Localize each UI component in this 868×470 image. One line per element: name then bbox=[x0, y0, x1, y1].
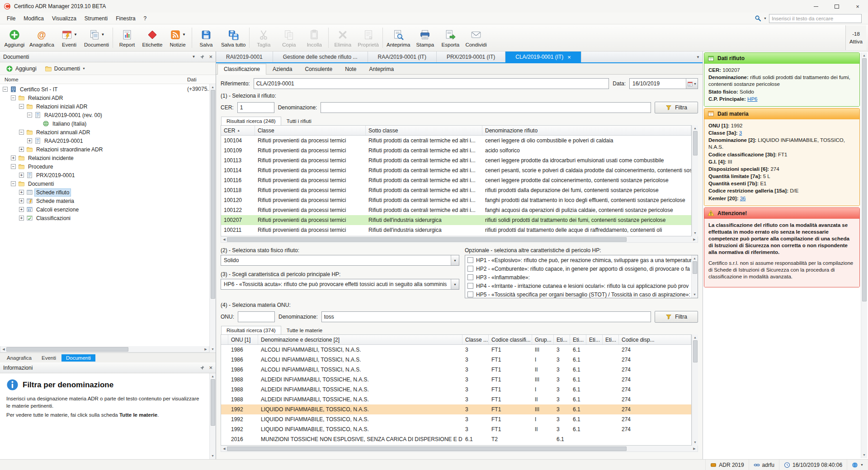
column-header-grup[interactable]: Grup... bbox=[532, 335, 554, 344]
pin-icon[interactable] bbox=[199, 365, 205, 371]
tree-item-procedure[interactable]: − Procedure bbox=[0, 162, 209, 171]
close-icon[interactable]: × bbox=[209, 364, 212, 371]
menu-strumenti[interactable]: Strumenti bbox=[80, 14, 112, 24]
cer-input[interactable] bbox=[237, 102, 274, 113]
hp-option[interactable]: HP3 - «Infiammabile»: bbox=[465, 273, 691, 282]
tree-item-relazioni-adr[interactable]: − Relazioni ADR bbox=[0, 94, 209, 102]
column-header-eti[interactable]: Eti... bbox=[603, 335, 619, 344]
tab-tutte-le-materie[interactable]: Tutte le materie bbox=[281, 326, 328, 334]
close-button[interactable]: × bbox=[847, 0, 868, 13]
materia-row[interactable]: 1986ALCOLI INFIAMMABILI, TOSSICI, N.A.S.… bbox=[221, 355, 691, 365]
tab-risultati-ricerca-248[interactable]: Risultati ricerca (248) bbox=[221, 117, 281, 126]
status-adrfu[interactable]: adrfu bbox=[749, 460, 779, 470]
doc-tab-gestione-delle-schede-rifiuto[interactable]: Gestione delle schede rifiuto ... bbox=[273, 52, 368, 62]
tree-item-prx-2019-0001[interactable]: + PRX/2019-0001 bbox=[0, 171, 209, 179]
toolbar-esporta-button[interactable]: Esporta bbox=[438, 25, 463, 50]
hp-principale-select[interactable]: HP6 - «Tossicità acuta»: rifiuto che può… bbox=[221, 279, 459, 290]
column-header-sotto-classe[interactable]: Sotto classe bbox=[366, 126, 482, 135]
tab-classificazione[interactable]: Classificazione bbox=[217, 64, 266, 75]
column-header-denominazione-rifiuto[interactable]: Denominazione rifiuto bbox=[482, 126, 691, 135]
expand-icon[interactable]: + bbox=[19, 147, 24, 152]
hp-option[interactable]: HP5 - «Tossicità specifica per organi be… bbox=[465, 290, 691, 298]
expand-icon[interactable]: + bbox=[19, 190, 24, 195]
tree-item-classificazioni[interactable]: + Classificazioni bbox=[0, 214, 209, 222]
horizontal-scrollbar[interactable]: ◀▶ bbox=[0, 346, 209, 352]
waste-row[interactable]: 100122Rifiuti provenienti da processi te… bbox=[221, 205, 691, 215]
collapse-icon[interactable]: − bbox=[11, 181, 16, 186]
hp-option[interactable]: HP2 - «Comburente»: rifiuto capace, in g… bbox=[465, 264, 691, 273]
denominazione2-input[interactable] bbox=[321, 311, 651, 322]
filtra-button[interactable]: Filtra bbox=[655, 311, 698, 323]
expand-icon[interactable]: + bbox=[19, 173, 24, 178]
waste-row[interactable]: 100104Rifiuti provenienti da processi te… bbox=[221, 136, 691, 146]
toolbar-report-button[interactable]: Report bbox=[114, 25, 140, 50]
tree-item-schede-rifiuto[interactable]: + Schede rifiuto bbox=[0, 188, 209, 197]
tab-anteprima[interactable]: Anteprima bbox=[363, 64, 401, 74]
doc-tab-rai-2019-0001[interactable]: RAI/2019-0001 bbox=[216, 52, 273, 62]
waste-row[interactable]: 100211Rifiuti provenienti da processi te… bbox=[221, 225, 691, 235]
column-header-cer[interactable]: CER▲ bbox=[221, 126, 255, 135]
filtra-button[interactable]: Filtra bbox=[655, 102, 698, 113]
toolbar-stampa-button[interactable]: Stampa bbox=[412, 25, 438, 50]
doc-tab-raa-2019-0001-it[interactable]: RAA/2019-0001 (IT) bbox=[368, 52, 437, 62]
tree-item-relazioni-annuali-adr[interactable]: − Relazioni annuali ADR bbox=[0, 128, 209, 136]
materia-row[interactable]: 1988ALDEIDI INFIAMMABILI, TOSSICHE, N.A.… bbox=[221, 385, 691, 395]
toolbar-condividi-button[interactable]: Condividi bbox=[463, 25, 489, 50]
checkbox-icon[interactable] bbox=[467, 274, 473, 280]
waste-row[interactable]: 100116Rifiuti provenienti da processi te… bbox=[221, 175, 691, 185]
tab-documenti[interactable]: Documenti bbox=[61, 354, 95, 362]
attiva-panel[interactable]: -18 Attiva bbox=[845, 25, 866, 50]
column-header-eti[interactable]: Eti... bbox=[554, 335, 570, 344]
tab-eventi[interactable]: Eventi bbox=[37, 354, 61, 362]
toolbar-anteprima-button[interactable]: Anteprima bbox=[384, 25, 412, 50]
vertical-scrollbar[interactable]: ▲▼ bbox=[209, 373, 216, 459]
global-search-input[interactable] bbox=[769, 14, 862, 23]
waste-row[interactable]: 100207Rifiuti provenienti da processi te… bbox=[221, 215, 691, 225]
toolbar-salva-tutto-button[interactable]: Salva tutto bbox=[219, 25, 248, 50]
tree-item-relazioni-incidente[interactable]: + Relazioni incidente bbox=[0, 154, 209, 162]
tab-risultati-ricerca-374[interactable]: Risultati ricerca (374) bbox=[221, 326, 281, 335]
vertical-scrollbar[interactable]: ▲▼ bbox=[691, 255, 698, 298]
column-header-classe[interactable]: Classe ... bbox=[462, 335, 489, 344]
denominazione-input[interactable] bbox=[321, 102, 651, 113]
materia-row[interactable]: 2016MUNIZIONI TOSSICHE NON ESPLOSIVE, SE… bbox=[221, 434, 691, 444]
menu-file[interactable]: File bbox=[3, 14, 19, 24]
maximize-button[interactable] bbox=[826, 0, 847, 13]
status-16-10-2019-08-40-06[interactable]: 16/10/2019 08:40:06 bbox=[779, 460, 847, 470]
horizontal-scrollbar[interactable]: ◀▶ bbox=[221, 446, 698, 452]
toolbar-aggiungi-button[interactable]: Aggiungi bbox=[2, 25, 27, 50]
sidebar-scope-button[interactable]: Documenti ▼ bbox=[41, 64, 89, 74]
status-adr-2019[interactable]: ADR 2019 bbox=[705, 460, 748, 470]
sidebar-add-button[interactable]: Aggiungi bbox=[2, 64, 40, 74]
status-globe-button[interactable]: ▼ bbox=[847, 460, 868, 470]
column-header-eti[interactable]: Eti... bbox=[586, 335, 603, 344]
chevron-down-icon[interactable]: ▼ bbox=[764, 17, 767, 20]
tab-anagrafica[interactable]: Anagrafica bbox=[2, 354, 36, 362]
tree-item-certifico-srl-it[interactable]: − Certifico Srl - IT (+39075... bbox=[0, 85, 209, 94]
calendar-icon[interactable]: ▼ bbox=[686, 79, 698, 89]
close-icon[interactable]: × bbox=[209, 53, 212, 60]
doc-tab-cla-2019-0001-it[interactable]: CLA/2019-0001 (IT) × bbox=[505, 52, 581, 62]
toolbar-documenti-button[interactable]: ▼ Documenti bbox=[82, 25, 111, 50]
collapse-icon[interactable]: − bbox=[11, 164, 16, 169]
chevron-down-icon[interactable]: ▼ bbox=[182, 33, 186, 37]
column-header-eti[interactable]: Eti... bbox=[570, 335, 586, 344]
collapse-icon[interactable]: − bbox=[19, 104, 24, 109]
vertical-scrollbar[interactable]: ▲▼ bbox=[692, 125, 698, 236]
onu-input[interactable] bbox=[238, 311, 275, 322]
expand-icon[interactable]: + bbox=[19, 216, 24, 221]
close-icon[interactable]: × bbox=[567, 54, 571, 60]
column-nome[interactable]: Nome bbox=[0, 77, 19, 82]
expand-icon[interactable]: + bbox=[19, 198, 24, 203]
riferimento-input[interactable] bbox=[254, 78, 609, 89]
waste-row[interactable]: 100113Rifiuti provenienti da processi te… bbox=[221, 155, 691, 165]
column-header-classe[interactable]: Classe bbox=[255, 126, 366, 135]
column-header-codice-classifi[interactable]: Codice classifi... bbox=[489, 335, 532, 344]
collapse-icon[interactable]: − bbox=[11, 95, 16, 100]
checkbox-icon[interactable] bbox=[467, 291, 473, 297]
expand-icon[interactable]: + bbox=[19, 207, 24, 212]
stato-fisico-select[interactable]: Solido ▼ bbox=[221, 255, 459, 266]
column-header-codice-disp[interactable]: Codice disp... bbox=[619, 335, 691, 344]
expand-icon[interactable]: + bbox=[27, 138, 32, 143]
doc-tab-prx-2019-0001-it[interactable]: PRX/2019-0001 (IT) bbox=[437, 52, 505, 62]
